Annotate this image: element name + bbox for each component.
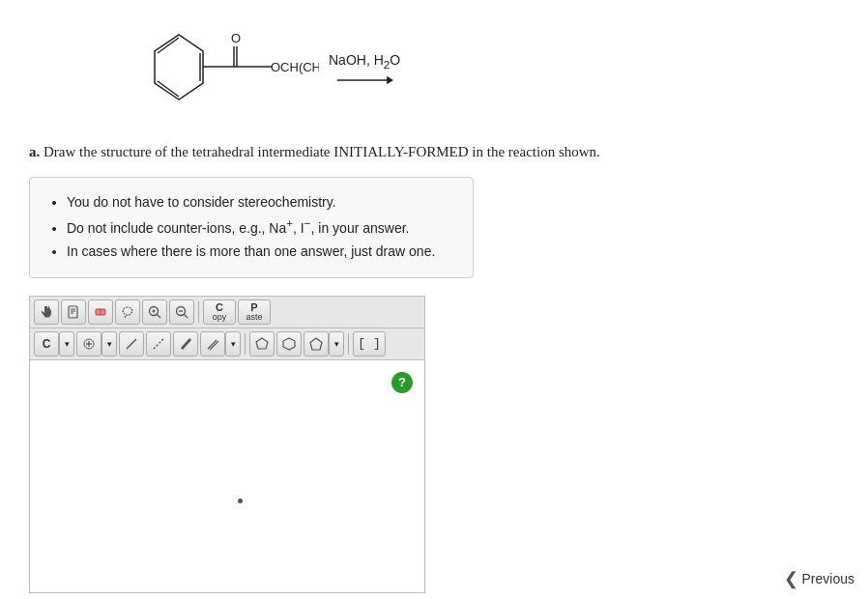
ring-selector-group: ▾ [304,331,344,357]
copy-label-bottom: opy [213,313,227,323]
drawing-canvas[interactable]: ? [30,360,424,592]
toolbar-separator-1 [198,301,199,323]
previous-button[interactable]: ❮ Previous [784,568,854,589]
pentagon-button[interactable] [304,331,329,357]
single-bond-button[interactable] [119,331,144,357]
question-label-letter: a. [29,144,40,159]
svg-marker-39 [283,338,295,350]
add-charge-button[interactable] [76,331,101,357]
reaction-arrow [335,71,393,89]
svg-line-22 [125,316,126,318]
document-tool-button[interactable] [61,300,86,325]
svg-line-29 [185,314,188,318]
zoom-out-button[interactable] [169,300,194,325]
drawing-tool-container: C opy P aste C ▾ ▾ [29,296,425,593]
chevron-left-icon: ❮ [784,568,798,589]
reagent-label: NaOH, H2O [329,52,400,71]
page-content: O OCH(CH 3 ) 2 NaOH, H2O a. Draw the str [0,0,868,599]
ring-dropdown[interactable]: ▾ [329,331,344,357]
hand-tool-button[interactable] [34,300,59,325]
question-body: Draw the structure of the tetrahedral in… [43,144,600,159]
element-dropdown[interactable]: ▾ [59,331,74,357]
toolbar-separator-2 [245,333,246,355]
help-button[interactable]: ? [391,372,413,393]
svg-rect-16 [69,306,77,318]
chemical-structure: O OCH(CH 3 ) 2 [106,17,319,124]
dashed-bond-button[interactable] [146,331,171,357]
reaction-arrow-area: NaOH, H2O [329,52,400,90]
copy-label-top: C [216,301,223,313]
double-bond-group: ▾ [200,331,241,357]
bracket-button[interactable]: [ ] [353,331,386,357]
svg-marker-35 [181,338,191,350]
hexagon-button[interactable] [276,331,302,357]
circle-shape-button[interactable] [249,331,275,357]
paste-label-bottom: aste [246,313,262,323]
toolbar-row2: C ▾ ▾ [30,328,424,360]
charge-dropdown[interactable]: ▾ [101,331,117,357]
svg-line-33 [127,339,136,349]
toolbar-separator-3 [348,333,349,355]
double-bond-button[interactable] [200,331,225,357]
element-selector-group: C ▾ [34,331,74,357]
previous-label: Previous [802,571,854,586]
info-box: You do not have to consider stereochemis… [29,177,474,278]
bond-type-dropdown[interactable]: ▾ [225,331,241,357]
svg-marker-15 [387,76,393,85]
info-list: You do not have to consider stereochemis… [49,191,453,264]
toolbar-row1: C opy P aste [30,297,424,328]
info-item-1: You do not have to consider stereochemis… [67,191,453,214]
svg-line-2 [158,38,179,53]
lasso-tool-button[interactable] [115,300,140,325]
svg-line-1 [158,81,179,97]
paste-button[interactable]: P aste [238,300,271,325]
copy-button[interactable]: C opy [203,300,236,325]
question-text: a. Draw the structure of the tetrahedral… [29,141,839,163]
svg-text:OCH(CH: OCH(CH [271,60,319,74]
bold-bond-button[interactable] [173,331,198,357]
svg-line-34 [154,339,163,349]
zoom-in-button[interactable] [142,300,167,325]
carbon-element-button[interactable]: C [34,331,59,357]
charge-group: ▾ [76,331,117,357]
eraser-tool-button[interactable] [88,300,113,325]
svg-marker-38 [256,338,268,349]
help-icon: ? [398,375,406,389]
svg-marker-0 [155,35,203,100]
canvas-atom-dot [238,499,243,503]
svg-marker-40 [310,338,322,350]
svg-text:O: O [231,31,241,45]
info-item-2: Do not include counter-ions, e.g., Na+, … [67,214,453,240]
reaction-area: O OCH(CH 3 ) 2 NaOH, H2O [29,17,839,124]
paste-label-top: P [250,301,257,313]
info-item-3: In cases where there is more than one an… [67,241,453,264]
svg-line-26 [158,314,161,318]
